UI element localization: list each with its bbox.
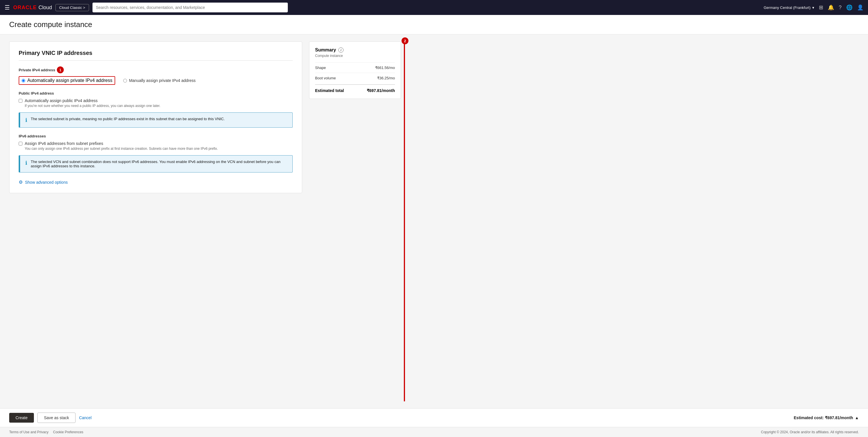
section-title: Primary VNIC IP addresses <box>19 50 293 61</box>
terms-link[interactable]: Terms of Use and Privacy <box>9 430 49 434</box>
ipv6-label-wrap: Assign IPv6 addresses from subnet prefix… <box>25 141 218 151</box>
summary-info-icon[interactable]: i <box>338 48 343 53</box>
summary-subtitle: Compute instance <box>315 54 395 58</box>
cloud-text: Cloud <box>38 5 52 11</box>
ipv6-info-text: The selected VCN and subnet combination … <box>31 159 287 168</box>
cancel-button[interactable]: Cancel <box>79 415 92 420</box>
user-avatar-icon[interactable]: 👤 <box>857 4 863 11</box>
scroll-annotation-line <box>404 41 405 401</box>
oracle-logo: ORACLE Cloud <box>13 5 52 11</box>
form-panel: Primary VNIC IP addresses Private IPv4 a… <box>9 41 302 401</box>
summary-boot-volume-row: Boot volume ₹36.25/mo <box>315 73 395 83</box>
sliders-icon: ⚙ <box>19 179 23 185</box>
primary-vnic-section: Primary VNIC IP addresses Private IPv4 a… <box>9 41 302 193</box>
save-as-stack-button[interactable]: Save as stack <box>37 413 75 423</box>
language-icon[interactable]: 🌐 <box>846 4 852 11</box>
cookie-link[interactable]: Cookie Preferences <box>53 430 83 434</box>
public-ipv4-label: Public IPv4 address <box>19 91 293 95</box>
create-button[interactable]: Create <box>9 413 34 423</box>
ipv6-checkbox[interactable] <box>19 142 22 145</box>
footer: Terms of Use and Privacy Cookie Preferen… <box>0 427 868 437</box>
private-ipv4-radio-group: Automatically assign private IPv4 addres… <box>19 76 293 85</box>
help-icon[interactable]: ? <box>839 5 842 11</box>
auto-private-radio-label: Automatically assign private IPv4 addres… <box>27 78 112 83</box>
ipv6-main-label: Assign IPv6 addresses from subnet prefix… <box>25 141 218 146</box>
summary-shape-label: Shape <box>315 65 326 70</box>
bottom-bar: Create Save as stack Cancel Estimated co… <box>0 408 868 427</box>
auto-public-ipv4-checkbox-group: Automatically assign public IPv4 address… <box>19 98 293 108</box>
notifications-icon[interactable]: 🔔 <box>828 4 834 11</box>
region-selector[interactable]: Germany Central (Frankfurt) ▾ <box>764 5 814 10</box>
page-title: Create compute instance <box>9 20 859 29</box>
private-subnet-info-text: The selected subnet is private, meaning … <box>31 117 225 121</box>
search-bar[interactable] <box>92 3 288 12</box>
auto-public-ipv4-label-wrap: Automatically assign public IPv4 address… <box>25 98 160 108</box>
ipv6-sub-label: You can only assign one IPv6 address per… <box>25 147 218 151</box>
footer-links: Terms of Use and Privacy Cookie Preferen… <box>9 430 83 434</box>
estimated-cost-display[interactable]: Estimated cost: ₹697.81/month ▲ <box>794 415 859 420</box>
step2-badge: 2 <box>402 37 408 44</box>
summary-total-row: Estimated total ₹697.81/month <box>315 84 395 93</box>
main-content: Primary VNIC IP addresses Private IPv4 a… <box>0 34 868 408</box>
summary-title: Summary <box>315 48 336 53</box>
manual-private-radio-label: Manually assign private IPv4 address <box>129 78 195 83</box>
auto-private-radio-input[interactable] <box>22 79 25 83</box>
summary-total-value: ₹697.81/month <box>367 88 395 93</box>
search-input[interactable] <box>96 5 284 10</box>
step1-badge: 1 <box>57 66 64 73</box>
summary-card: Summary i Compute instance Shape ₹661.56… <box>309 41 401 99</box>
info-circle-icon: ℹ <box>25 117 27 123</box>
summary-boot-volume-label: Boot volume <box>315 76 336 80</box>
hamburger-icon[interactable]: ☰ <box>5 4 10 11</box>
summary-shape-value: ₹661.56/mo <box>375 65 395 70</box>
manual-assign-private-radio[interactable]: Manually assign private IPv4 address <box>123 78 195 83</box>
oracle-text: ORACLE <box>13 5 37 11</box>
private-subnet-info-box: ℹ The selected subnet is private, meanin… <box>19 112 293 128</box>
ipv6-info-box: ℹ The selected VCN and subnet combinatio… <box>19 155 293 173</box>
auto-public-ipv4-checkbox[interactable] <box>19 99 22 103</box>
summary-panel: 2 Summary i Compute instance Shape ₹661.… <box>309 41 401 401</box>
page-header: Create compute instance <box>0 15 868 34</box>
auto-public-ipv4-sub-label: If you're not sure whether you need a pu… <box>25 104 160 108</box>
ipv6-checkbox-group: Assign IPv6 addresses from subnet prefix… <box>19 141 293 151</box>
show-advanced-label: Show advanced options <box>25 180 68 184</box>
auto-assign-private-radio-selected[interactable]: Automatically assign private IPv4 addres… <box>19 76 115 85</box>
cloud-classic-button[interactable]: Cloud Classic > <box>56 4 89 11</box>
estimated-cost-text: Estimated cost: ₹697.81/month <box>794 415 854 420</box>
summary-shape-row: Shape ₹661.56/mo <box>315 62 395 73</box>
console-icon[interactable]: ⊞ <box>819 4 823 11</box>
show-advanced-options-link[interactable]: ⚙ Show advanced options <box>19 179 293 185</box>
nav-right-controls: Germany Central (Frankfurt) ▾ ⊞ 🔔 ? 🌐 👤 <box>764 4 863 11</box>
copyright-text: Copyright © 2024, Oracle and/or its affi… <box>761 430 859 434</box>
ipv6-label: IPv6 addresses <box>19 134 293 138</box>
chevron-up-icon: ▲ <box>855 415 859 420</box>
manual-private-radio-input[interactable] <box>123 79 127 83</box>
summary-boot-volume-value: ₹36.25/mo <box>377 76 395 80</box>
auto-public-ipv4-main-label: Automatically assign public IPv4 address <box>25 98 160 103</box>
top-navigation: ☰ ORACLE Cloud Cloud Classic > Germany C… <box>0 0 868 15</box>
private-ipv4-label: Private IPv4 address 1 <box>19 66 293 73</box>
ipv6-info-circle-icon: ℹ <box>25 160 27 166</box>
summary-header: Summary i <box>315 48 395 53</box>
summary-total-label: Estimated total <box>315 88 344 93</box>
